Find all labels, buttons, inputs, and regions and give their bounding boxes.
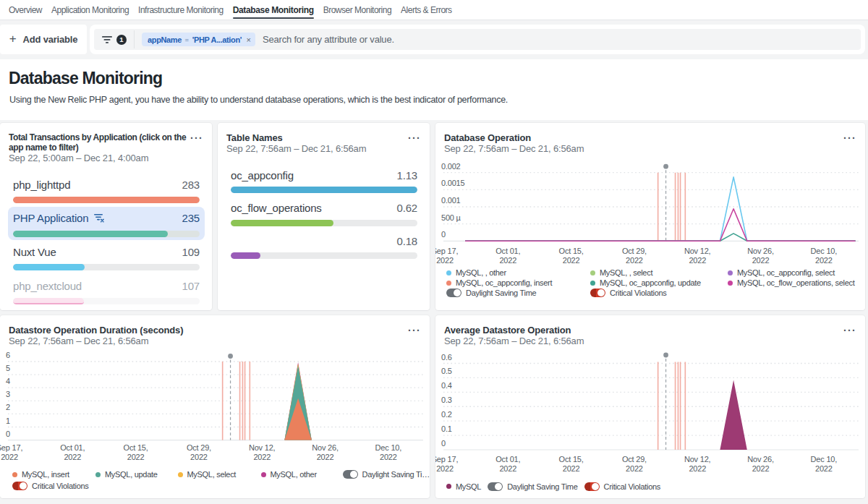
legend-item-mysql-select[interactable]: MySQL, select [178,469,261,480]
daylight-saving-toggle[interactable] [488,482,503,491]
legend-item-mysql-other[interactable]: MySQL, , other [446,268,590,278]
panel-title: Average Datastore Operation [444,321,841,336]
daylight-saving-toggle[interactable] [446,289,461,297]
y-axis-label: 6 [6,351,10,359]
panel-header: Database Operation Sep 22, 7:56am – Dec … [444,129,841,153]
filter-pill[interactable]: appName = 'PHP A...ation' × [142,33,255,46]
x-axis-label: Oct 29,2022 [622,455,647,473]
bar-fill [13,197,200,203]
daylight-saving-toggle[interactable]: Daylight Saving Time [488,481,577,492]
panel-menu-icon[interactable]: ··· [408,135,421,142]
filter-search-bar[interactable]: 1 appName = 'PHP A...ation' × Search for… [94,29,861,50]
x-axis-label: Sep 17,2022 [435,455,458,473]
y-axis-label: 0 [441,230,446,239]
tab-infrastructure-monitoring[interactable]: Infrastructure Monitoring [134,0,229,20]
bar-value: 0.18 [397,235,417,247]
panel-menu-icon[interactable]: ··· [190,135,203,142]
x-axis-label: Oct 15,2022 [559,455,584,473]
legend-label: MySQL, other [271,470,317,479]
daylight-saving-toggle[interactable]: Daylight Saving Time [343,469,430,480]
daylight-saving-toggle[interactable]: Daylight Saving Time [446,288,590,298]
add-variable-label: Add variable [23,34,78,45]
x-axis-label: Nov 12,2022 [684,247,711,265]
critical-violations-toggle[interactable] [590,289,605,297]
bar-row-php-application[interactable]: PHP Application235 [8,207,205,241]
legend-item-mysql-oc-appconfig-select[interactable]: MySQL, oc_appconfig, select [728,268,865,278]
bar-row-php-nextcloud[interactable]: php_nextcloud107 [8,274,205,308]
critical-violations-toggle[interactable]: Critical Violations [590,288,728,298]
tab-overview[interactable]: Overview [4,0,47,20]
bar-track [13,264,200,270]
panel-title: Database Operation [444,129,841,143]
y-axis-label: 2 [6,403,10,411]
panel-subtitle: Sep 22, 7:56am – Dec 21, 6:56am [226,144,405,154]
x-axis-label: Oct 15,2022 [559,247,584,265]
dst-marker-dot [663,164,668,169]
legend-label: MySQL, oc_appconfig, select [737,268,835,277]
legend-item-mysql-oc-appconfig-insert[interactable]: MySQL, oc_appconfig, insert [446,278,590,288]
tab-application-monitoring[interactable]: Application Monitoring [47,0,134,20]
dashboard-tab-bar: OverviewApplication MonitoringInfrastruc… [0,0,868,20]
panel-subtitle: Sep 22, 7:56am – Dec 21, 6:56am [444,144,841,154]
toggle-knob [454,289,461,296]
panel-menu-icon[interactable]: ··· [843,135,856,142]
bar-row-oc-flow-operations[interactable]: oc_flow_operations0.62 [226,200,422,233]
bar-label: php_nextcloud [13,280,82,292]
panel-menu-icon[interactable]: ··· [408,328,421,334]
panel-title: Total Transactions by Application (click… [9,129,196,153]
bar-fill [231,220,333,226]
legend-item-mysql-insert[interactable]: MySQL, insert [12,469,95,480]
filter-search-container: 1 appName = 'PHP A...ation' × Search for… [90,25,865,54]
bar-list: php_lighttpd283PHP Application235Nuxt Vu… [8,173,205,308]
critical-violations-toggle[interactable]: Critical Violations [584,481,660,492]
x-axis-label: Oct 01,2022 [495,455,520,473]
panel-header: Datastore Operation Duration (seconds) S… [9,321,405,346]
y-axis-label: 0.6 [441,353,452,362]
dst-marker-dot [228,354,233,359]
critical-violations-toggle[interactable] [584,482,600,491]
y-axis-label: 0.1 [441,424,452,433]
page-subtitle: Using the New Relic PHP agent, you have … [9,95,508,105]
tab-alerts-errors[interactable]: Alerts & Errors [396,0,457,20]
legend-dot [590,270,595,276]
tab-browser-monitoring[interactable]: Browser Monitoring [318,0,396,20]
add-variable-button[interactable]: + Add variable [0,25,87,54]
series-area [30,365,420,440]
bar-fill [231,252,260,259]
x-axis-label: Nov 12,2022 [249,443,276,461]
y-axis-label: 0.0015 [441,179,465,187]
critical-violations-toggle[interactable]: Critical Violations [12,480,95,492]
legend-item-mysql-oc-flow-operations-select[interactable]: MySQL, oc_flow_operations, select [728,278,865,288]
remove-filter-icon[interactable]: × [247,35,251,44]
tab-database-monitoring[interactable]: Database Monitoring [228,0,318,20]
filter-pill-attribute: appName [148,35,182,44]
legend-item-mysql-select[interactable]: MySQL, , select [590,268,728,278]
bar-row-oc-appconfig[interactable]: oc_appconfig1.13 [226,166,422,200]
toggle-knob [350,471,357,478]
legend-label: MySQL, update [105,470,158,479]
critical-violations-toggle[interactable] [12,482,27,490]
legend-item-mysql-oc-appconfig-update[interactable]: MySQL, oc_appconfig, update [590,278,728,288]
legend-label: MySQL, , select [600,268,652,277]
x-axis-label: Oct 29,2022 [622,247,647,265]
panel-datastore-duration: 6543210Sep 17,2022Oct 01,2022Oct 15,2022… [0,315,430,498]
bar-track [231,252,417,259]
bar-value: 0.62 [397,202,417,214]
y-axis-label: 0 [6,430,10,438]
bar-label: php_lighttpd [13,179,70,191]
search-input[interactable]: Search for any attribute or value. [263,34,394,45]
filter-remove-icon [94,213,105,223]
bar-row-unnamed[interactable]: 0.18 [226,232,422,265]
legend-item-mysql-other[interactable]: MySQL, other [261,469,343,480]
y-axis-label: 0 [441,439,446,448]
y-axis-label: 0.4 [441,381,452,390]
panel-menu-icon[interactable]: ··· [843,328,856,334]
panel-title: Table Names [226,129,405,143]
daylight-saving-toggle[interactable] [343,470,358,479]
legend-item-mysql[interactable]: MySQL [446,481,481,492]
bar-row-php-lighttpd[interactable]: php_lighttpd283 [8,173,205,207]
legend-label: MySQL [456,482,481,491]
legend-item-mysql-update[interactable]: MySQL, update [95,469,178,480]
bar-row-nuxt-vue[interactable]: Nuxt Vue109 [8,240,205,274]
legend-dot [590,281,595,286]
